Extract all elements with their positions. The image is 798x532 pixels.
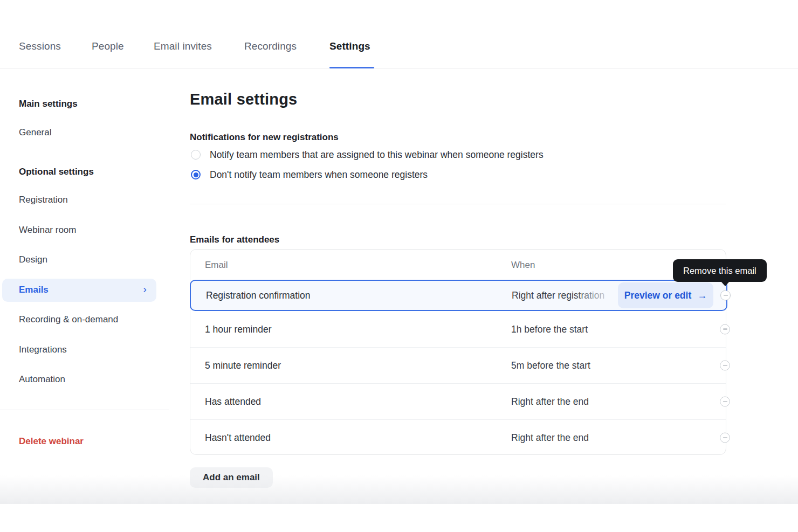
arrow-right-icon: → xyxy=(697,290,707,301)
settings-sidebar: Main settings General Optional settings … xyxy=(0,68,169,504)
remove-email-icon[interactable] xyxy=(720,433,730,443)
radio-selected-icon[interactable] xyxy=(191,170,201,179)
column-header-when: When xyxy=(511,260,535,271)
emails-for-attendees-table: Email When Registration confirmation Rig… xyxy=(190,249,726,455)
notifications-heading: Notifications for new registrations xyxy=(190,132,339,143)
tab-people[interactable]: People xyxy=(92,40,124,52)
emails-table-heading: Emails for attendees xyxy=(190,234,279,245)
sidebar-item-emails-label: Emails xyxy=(19,285,49,295)
tooltip-caret xyxy=(721,281,730,286)
section-divider xyxy=(190,204,726,204)
email-when-cell: Right after the end xyxy=(511,432,589,444)
sidebar-heading-optional: Optional settings xyxy=(19,167,94,177)
tab-sessions[interactable]: Sessions xyxy=(19,40,61,52)
tab-email-invites[interactable]: Email invites xyxy=(154,40,212,52)
email-when-cell: Right after the end xyxy=(511,396,589,407)
column-header-email: Email xyxy=(205,260,228,271)
sidebar-item-integrations[interactable]: Integrations xyxy=(19,344,67,355)
table-header-row: Email When xyxy=(190,250,726,280)
table-row-1-hour-reminder[interactable]: 1 hour reminder 1h before the start xyxy=(190,311,726,347)
radio-option-dont-notify[interactable]: Don't notify team members when someone r… xyxy=(191,169,428,180)
top-tab-bar: Sessions People Email invites Recordings… xyxy=(0,0,798,68)
email-name-cell: Hasn't attended xyxy=(205,432,271,444)
text-fade-overlay xyxy=(574,281,625,310)
sidebar-item-general[interactable]: General xyxy=(19,127,51,138)
sidebar-item-webinar-room[interactable]: Webinar room xyxy=(19,225,76,236)
radio-option-notify-label: Notify team members that are assigned to… xyxy=(210,149,544,161)
remove-email-icon[interactable] xyxy=(720,324,730,334)
sidebar-item-recording-on-demand[interactable]: Recording & on-demand xyxy=(19,314,118,325)
sidebar-item-emails[interactable]: Emails › xyxy=(2,279,156,302)
sidebar-heading-main: Main settings xyxy=(19,99,78,109)
email-when-cell: 1h before the start xyxy=(511,323,588,335)
tab-settings[interactable]: Settings xyxy=(329,40,370,52)
table-row-5-minute-reminder[interactable]: 5 minute reminder 5m before the start xyxy=(190,347,726,383)
table-row-hasnt-attended[interactable]: Hasn't attended Right after the end xyxy=(190,419,726,455)
radio-option-dont-notify-label: Don't notify team members when someone r… xyxy=(210,169,428,181)
delete-webinar-button[interactable]: Delete webinar xyxy=(19,436,84,447)
remove-email-tooltip: Remove this email xyxy=(673,259,767,282)
remove-email-icon[interactable] xyxy=(720,397,730,407)
email-when-cell: 5m before the start xyxy=(511,360,590,371)
sidebar-item-registration[interactable]: Registration xyxy=(19,195,68,205)
tab-recordings[interactable]: Recordings xyxy=(244,40,297,52)
add-an-email-button[interactable]: Add an email xyxy=(190,467,273,488)
chevron-right-icon: › xyxy=(143,283,147,295)
remove-email-icon[interactable] xyxy=(720,361,730,371)
email-when-cell: Right after registration xyxy=(512,281,625,310)
email-name-cell: Has attended xyxy=(205,396,261,407)
email-settings-panel: Email settings Notifications for new reg… xyxy=(169,68,798,504)
page-title: Email settings xyxy=(190,91,297,108)
email-name-cell: Registration confirmation xyxy=(206,290,311,301)
radio-option-notify[interactable]: Notify team members that are assigned to… xyxy=(191,149,544,160)
email-name-cell: 1 hour reminder xyxy=(205,323,272,335)
table-row-has-attended[interactable]: Has attended Right after the end xyxy=(190,383,726,419)
radio-unselected-icon[interactable] xyxy=(191,150,201,160)
remove-email-icon[interactable] xyxy=(720,291,731,301)
sidebar-item-automation[interactable]: Automation xyxy=(19,374,65,385)
email-name-cell: 5 minute reminder xyxy=(205,360,281,371)
sidebar-item-design[interactable]: Design xyxy=(19,254,47,265)
preview-or-edit-button[interactable]: Preview or edit → xyxy=(618,282,713,308)
table-row-registration-confirmation[interactable]: Registration confirmation Right after re… xyxy=(190,280,727,311)
webinar-settings-page: Sessions People Email invites Recordings… xyxy=(0,0,798,532)
sidebar-divider xyxy=(0,410,169,410)
